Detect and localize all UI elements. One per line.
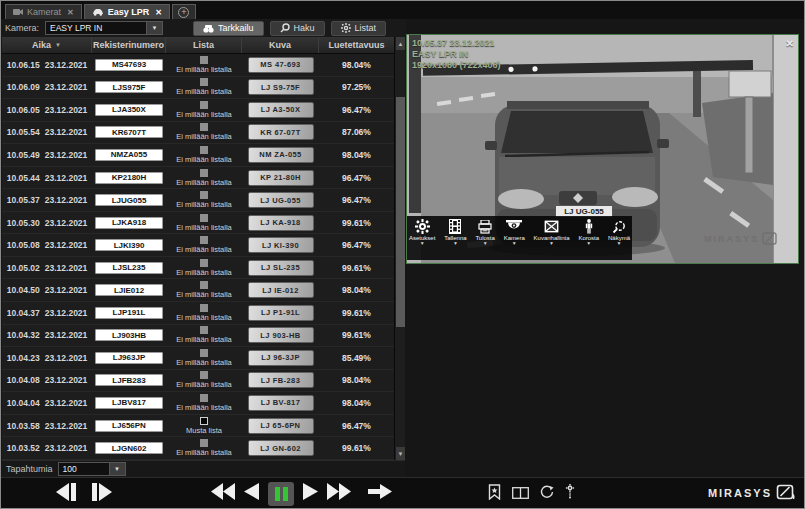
kuvanhallinta-button[interactable]: Kuvanhallinta ▼	[534, 218, 570, 246]
panels-button[interactable]	[512, 485, 529, 503]
osd-resolution: 1920x1080 (722x406)	[412, 60, 501, 71]
bookmark-button[interactable]	[488, 484, 501, 504]
table-row[interactable]: 10.06.0923.12.2021LJS975FEi millään list…	[2, 77, 394, 100]
list-checkbox[interactable]	[200, 394, 208, 402]
date-value: 23.12.2021	[45, 150, 88, 160]
list-checkbox[interactable]	[200, 78, 208, 86]
column-header-aika[interactable]: Aika▼	[2, 37, 92, 53]
table-row[interactable]: 10.05.0823.12.2021LJKI390Ei millään list…	[2, 234, 394, 257]
table-row[interactable]: 10.05.5423.12.2021KR6707TEi millään list…	[2, 122, 394, 145]
list-cell: Ei millään listalla	[166, 437, 242, 459]
asetukset-button[interactable]: Asetukset ▼	[409, 218, 435, 246]
chevron-down-icon: ▼	[586, 241, 591, 246]
pause-button[interactable]	[268, 482, 294, 506]
zoom-icon	[612, 218, 626, 235]
list-checkbox[interactable]	[200, 146, 208, 154]
list-checkbox[interactable]	[200, 326, 208, 334]
list-checkbox[interactable]	[200, 371, 208, 379]
list-checkbox[interactable]	[200, 349, 208, 357]
date-value: 23.12.2021	[45, 195, 88, 205]
chevron-down-icon[interactable]: ▼	[146, 22, 162, 34]
list-checkbox[interactable]	[200, 169, 208, 177]
time-jump-button[interactable]	[540, 485, 554, 503]
chevron-down-icon[interactable]: ▼	[109, 463, 125, 475]
list-checkbox[interactable]	[200, 417, 208, 425]
fast-forward-button[interactable]	[327, 483, 351, 504]
events-count-select[interactable]: 100 ▼	[58, 462, 126, 476]
tab-kamerat[interactable]: Kamerat ✕	[5, 4, 82, 19]
table-row[interactable]: 10.04.5023.12.2021LJIE012Ei millään list…	[2, 279, 394, 302]
list-status: Ei millään listalla	[176, 101, 231, 119]
list-checkbox[interactable]	[200, 56, 208, 64]
table-row[interactable]: 10.04.0423.12.2021LJBV817Ei millään list…	[2, 392, 394, 415]
kamera-button[interactable]: Kamera ▼	[504, 218, 525, 246]
settings-pin-button[interactable]	[565, 484, 575, 503]
table-row[interactable]: 10.06.0523.12.2021LJA350XEi millään list…	[2, 99, 394, 122]
rewind-button[interactable]	[211, 483, 235, 504]
table-scrollbar[interactable]: ▲ ▼	[394, 37, 405, 460]
column-header-rekisterinumero[interactable]: Rekisterinumero	[92, 37, 166, 53]
list-checkbox[interactable]	[200, 304, 208, 312]
table-row[interactable]: 10.04.3723.12.2021LJP191LEi millään list…	[2, 302, 394, 325]
list-cell: Ei millään listalla	[166, 189, 242, 211]
haku-button[interactable]: Haku	[270, 21, 325, 36]
tallenna-button[interactable]: Tallenna ▼	[444, 218, 466, 246]
list-checkbox[interactable]	[200, 259, 208, 267]
play-backward-button[interactable]	[244, 483, 259, 504]
table-row[interactable]: 10.05.3723.12.2021LJUG055Ei millään list…	[2, 189, 394, 212]
table-row[interactable]: 10.03.5223.12.2021LJGN602Ei millään list…	[2, 437, 394, 460]
event-time: 10.05.4923.12.2021	[2, 144, 92, 166]
table-row[interactable]: 10.05.4423.12.2021KP2180HEi millään list…	[2, 167, 394, 190]
close-video-icon[interactable]: ✕	[786, 38, 794, 49]
camera-select[interactable]: EASY LPR IN ▼	[45, 21, 163, 35]
tulosta-button[interactable]: Tulosta ▼	[475, 218, 494, 246]
registration-number: LJ903HB	[95, 329, 163, 341]
table-row[interactable]: 10.04.3223.12.2021LJ903HBEi millään list…	[2, 325, 394, 348]
table-row[interactable]: 10.06.1523.12.2021MS47693Ei millään list…	[2, 54, 394, 77]
new-tab-button[interactable]: +	[172, 4, 196, 19]
rewind-icon	[211, 483, 235, 500]
plate-image: LJ FB-283	[248, 372, 314, 388]
list-checkbox[interactable]	[200, 236, 208, 244]
listat-button[interactable]: Listat	[331, 21, 387, 36]
table-row[interactable]: 10.05.0223.12.2021LJSL235Ei millään list…	[2, 257, 394, 280]
reliability-cell: 98.04%	[319, 144, 394, 166]
next-event-button[interactable]	[90, 483, 112, 505]
jump-forward-button[interactable]	[368, 483, 392, 504]
date-value: 23.12.2021	[45, 105, 88, 115]
scrollbar-thumb[interactable]	[396, 97, 405, 327]
previous-event-button[interactable]	[56, 483, 78, 505]
list-checkbox[interactable]	[200, 123, 208, 131]
registration-cell: KP2180H	[92, 167, 166, 189]
date-value: 23.12.2021	[45, 443, 88, 453]
nakyma-button[interactable]: Näkymä ▼	[608, 218, 630, 246]
video-osd: 10.05.37 23.12.2021 EASY LPR IN 1920x108…	[412, 38, 501, 71]
scroll-up-icon[interactable]: ▲	[396, 37, 405, 50]
close-tab-icon[interactable]: ✕	[67, 8, 74, 17]
close-tab-icon[interactable]: ✕	[155, 8, 162, 17]
tarkkailu-button[interactable]: Tarkkailu	[193, 21, 264, 36]
play-button[interactable]	[303, 483, 318, 504]
arrow-right-icon	[368, 483, 392, 500]
list-checkbox[interactable]	[200, 214, 208, 222]
list-checkbox[interactable]	[200, 191, 208, 199]
event-time: 10.06.1523.12.2021	[2, 54, 92, 76]
list-checkbox[interactable]	[200, 439, 208, 447]
list-cell: Ei millään listalla	[166, 99, 242, 121]
table-row[interactable]: 10.05.4923.12.2021NMZA055Ei millään list…	[2, 144, 394, 167]
video-panel[interactable]: 10.05.37 23.12.2021 EASY LPR IN 1920x108…	[406, 34, 799, 264]
table-row[interactable]: 10.03.5823.12.2021LJ656PNMusta listaLJ 6…	[2, 415, 394, 438]
table-row[interactable]: 10.05.3023.12.2021LJKA918Ei millään list…	[2, 212, 394, 235]
list-checkbox[interactable]	[200, 101, 208, 109]
column-header-luetettavuus[interactable]: Luetettavuus	[319, 37, 394, 53]
list-checkbox[interactable]	[200, 281, 208, 289]
korosta-button[interactable]: Korosta ▼	[578, 218, 599, 246]
column-header-lista[interactable]: Lista	[166, 37, 242, 53]
registration-number: MS47693	[95, 59, 163, 71]
plate-image-cell: LJ SL-235	[242, 257, 319, 279]
tab-easy-lpr[interactable]: Easy LPR ✕	[84, 4, 170, 19]
scroll-down-icon[interactable]: ▼	[396, 447, 405, 460]
table-row[interactable]: 10.04.0823.12.2021LJFB283Ei millään list…	[2, 370, 394, 393]
column-header-kuva[interactable]: Kuva	[242, 37, 319, 53]
table-row[interactable]: 10.04.2323.12.2021LJ963JPEi millään list…	[2, 347, 394, 370]
